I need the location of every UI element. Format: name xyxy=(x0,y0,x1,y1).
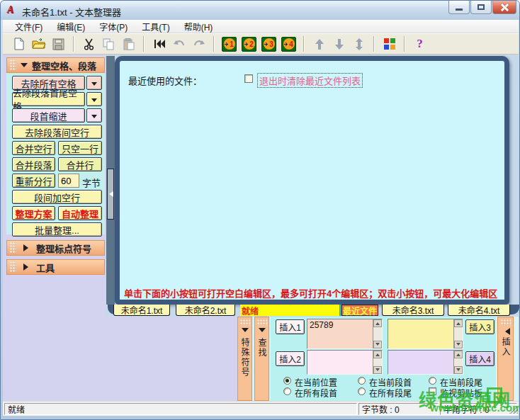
radio-at-current-para-start[interactable] xyxy=(358,377,366,385)
insert-text-3[interactable] xyxy=(388,319,463,349)
minimize-button[interactable] xyxy=(448,1,470,14)
remove-blank-between-button[interactable]: 去除段落间空行 xyxy=(12,125,102,139)
merge-lines-button[interactable]: 合并行 xyxy=(58,157,102,171)
radio-at-all-para-end[interactable] xyxy=(358,387,366,395)
section-header-tools[interactable]: 工具 xyxy=(6,259,105,275)
open-editor-2-button[interactable]: 2 xyxy=(240,35,258,53)
move-up-button[interactable] xyxy=(310,35,328,53)
section-title: 工具 xyxy=(36,261,55,274)
insert-strip[interactable]: 插入 xyxy=(497,317,514,401)
rewrap-bytes-input[interactable] xyxy=(58,174,79,188)
go-first-button[interactable] xyxy=(150,35,168,53)
chevron-down-icon xyxy=(259,328,266,336)
layout-blocks-button[interactable] xyxy=(380,35,398,53)
scrollbar[interactable] xyxy=(373,319,382,348)
new-file-button[interactable] xyxy=(10,35,28,53)
undo-button[interactable] xyxy=(170,35,188,53)
insert-4-button[interactable]: 插入4 xyxy=(465,351,494,366)
remove-all-spaces-dropdown[interactable] xyxy=(86,76,102,90)
down-arrow-icon xyxy=(335,39,344,50)
scrollbar[interactable] xyxy=(453,351,463,374)
copy-button[interactable] xyxy=(100,35,118,53)
title-bar[interactable]: A 未命名1.txt - 文本整理器 xyxy=(1,1,520,20)
open-editor-4-button[interactable]: 4 xyxy=(280,35,298,53)
open-editor-3-button[interactable]: 3 xyxy=(260,35,278,53)
section-header-spaces[interactable]: 整理空格、段落 xyxy=(6,57,105,73)
monitor-clipboard-label[interactable]: 监视剪贴板 xyxy=(440,387,482,399)
merge-blank-lines-button[interactable]: 合并空行 xyxy=(12,141,55,155)
radio-label[interactable]: 在所有段尾 xyxy=(369,387,412,399)
cut-button[interactable] xyxy=(80,35,98,53)
bottom-left-area xyxy=(3,317,238,401)
rewrap-lines-button[interactable]: 重新分行 xyxy=(12,174,55,188)
minimize-icon xyxy=(456,8,463,11)
monitor-clipboard-checkbox[interactable] xyxy=(429,387,436,395)
status-bar: 就绪 字节数 : 0 半角字符 : 0 xyxy=(3,401,519,416)
open-editor-1-button[interactable]: 1 xyxy=(220,35,238,53)
batch-format-button[interactable]: 批量整理... xyxy=(12,222,102,237)
scrollbar[interactable] xyxy=(373,351,382,374)
scroll-down-icon[interactable] xyxy=(373,366,382,374)
tab-recent-files[interactable]: 最近文件 xyxy=(341,305,378,316)
insert-text-4[interactable] xyxy=(388,350,463,375)
indent-first-line-dropdown[interactable] xyxy=(86,108,102,123)
chevron-down-icon xyxy=(21,63,28,71)
menu-font[interactable]: 字体(P) xyxy=(93,19,134,34)
add-blank-between-button[interactable]: 段间加空行 xyxy=(12,190,102,204)
trim-para-spaces-button[interactable]: 去除段落首尾空格 xyxy=(12,92,85,106)
scroll-down-icon[interactable] xyxy=(454,366,463,374)
move-updown-button[interactable] xyxy=(350,35,368,53)
scrollbar[interactable] xyxy=(453,319,463,348)
indent-first-line-button[interactable]: 段首缩进 xyxy=(12,108,85,123)
tab-untitled-4[interactable]: 未命名4.txt xyxy=(448,305,510,316)
tab-untitled-2[interactable]: 未命名2.txt xyxy=(176,305,235,316)
special-symbols-strip[interactable]: 特殊符号 xyxy=(237,317,252,401)
up-arrow-icon xyxy=(315,39,324,50)
clear-on-exit-checkbox[interactable] xyxy=(244,74,253,83)
close-button[interactable] xyxy=(492,1,516,14)
open-file-button[interactable] xyxy=(30,35,47,53)
find-strip[interactable]: 查找 xyxy=(254,317,269,401)
merge-paragraphs-button[interactable]: 合并段落 xyxy=(12,157,55,171)
scroll-up-icon[interactable] xyxy=(373,351,382,358)
move-down-button[interactable] xyxy=(330,35,348,53)
clear-on-exit-label[interactable]: 退出时清除最近文件列表 xyxy=(257,73,363,88)
insert-3-button[interactable]: 插入3 xyxy=(465,319,494,334)
insert-1-button[interactable]: 插入1 xyxy=(276,319,305,334)
insert-text-1[interactable]: 25789 xyxy=(307,319,383,349)
scheme-button[interactable]: 整理方案 xyxy=(12,206,55,220)
radio-label[interactable]: 在所有段首 xyxy=(295,387,337,399)
copy-icon xyxy=(103,38,115,50)
menu-tools[interactable]: 工具(T) xyxy=(135,19,176,34)
scroll-up-icon[interactable] xyxy=(454,351,463,358)
scroll-up-icon[interactable] xyxy=(373,319,382,327)
menu-file[interactable]: 文件(F) xyxy=(9,19,49,34)
menu-help[interactable]: 帮助(H) xyxy=(178,19,220,34)
radio-at-current-position[interactable] xyxy=(283,377,291,385)
redo-button[interactable] xyxy=(190,35,208,53)
insert-2-button[interactable]: 插入2 xyxy=(276,351,305,366)
scroll-down-icon[interactable] xyxy=(373,341,382,348)
resize-grip[interactable] xyxy=(509,405,518,414)
auto-format-button[interactable]: 自动整理 xyxy=(58,206,102,220)
radio-at-all-para-start[interactable] xyxy=(283,387,291,395)
splitter-collapse-handle[interactable] xyxy=(107,169,114,220)
radio-at-current-para-end[interactable] xyxy=(429,377,436,385)
keep-one-blank-button[interactable]: 只空一行 xyxy=(58,141,102,155)
section-header-punctuation[interactable]: 整理标点符号 xyxy=(6,240,105,256)
arrow-icon xyxy=(284,42,288,47)
paste-button[interactable] xyxy=(120,35,137,53)
save-button[interactable] xyxy=(50,35,67,53)
trim-para-spaces-dropdown[interactable] xyxy=(86,92,102,106)
open-folder-icon xyxy=(32,38,46,50)
scroll-down-icon[interactable] xyxy=(454,341,463,348)
chevron-down-icon xyxy=(242,328,249,336)
tab-untitled-3[interactable]: 未命名3.txt xyxy=(382,305,444,316)
undo-icon xyxy=(173,40,186,49)
help-button[interactable]: ? xyxy=(411,35,429,53)
menu-edit[interactable]: 编辑(E) xyxy=(50,19,91,34)
maximize-button[interactable] xyxy=(470,1,492,14)
insert-text-2[interactable] xyxy=(307,350,383,375)
scroll-up-icon[interactable] xyxy=(454,319,463,327)
tab-untitled-1[interactable]: 未命名1.txt xyxy=(113,305,170,316)
